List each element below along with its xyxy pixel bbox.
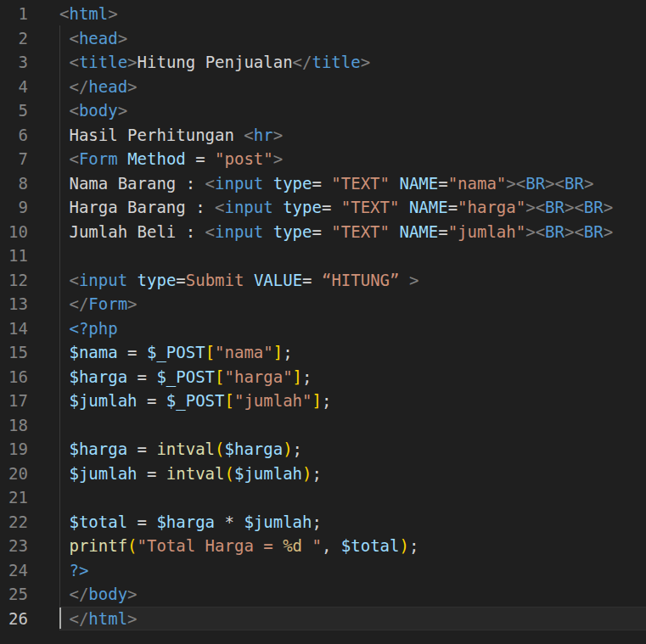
code-token: ,: [322, 536, 341, 555]
code-token: =: [176, 271, 185, 289]
code-line[interactable]: 18: [0, 413, 646, 438]
code-line[interactable]: 13 </Form>: [0, 292, 646, 316]
code-token: =: [312, 222, 331, 241]
line-number[interactable]: 1: [0, 2, 28, 26]
code-token: [59, 319, 69, 338]
code-token: <: [205, 222, 215, 241]
code-line[interactable]: 21: [0, 485, 646, 510]
code-token: BR: [584, 222, 604, 241]
code-line[interactable]: 9 Harga Barang : <input type= "TEXT" NAM…: [0, 195, 646, 220]
code-token: ;: [283, 343, 292, 361]
code-token: [59, 585, 69, 603]
code-token: [: [205, 343, 215, 361]
code-line-text: [59, 244, 646, 268]
code-token: =: [118, 343, 147, 361]
code-token: [59, 391, 69, 410]
code-token: BR: [545, 222, 565, 241]
code-token: >: [127, 609, 137, 628]
line-number[interactable]: 3: [0, 50, 28, 75]
code-token: (: [215, 440, 224, 458]
line-number[interactable]: 11: [0, 244, 28, 268]
code-token: <: [69, 29, 78, 48]
code-line[interactable]: 17 $jumlah = $_POST["jumlah"];: [0, 389, 646, 413]
code-line[interactable]: 3 <title>Hitung Penjualan</title>: [0, 50, 646, 75]
code-line[interactable]: 19 $harga = intval($harga);: [0, 437, 646, 462]
code-token: Form: [79, 149, 118, 168]
line-number[interactable]: 6: [0, 123, 28, 148]
code-token: type: [283, 198, 322, 216]
code-token: [: [225, 391, 234, 410]
code-token: </: [69, 609, 88, 628]
code-token: [59, 77, 69, 96]
code-line-text: </Form>: [59, 292, 646, 316]
line-number[interactable]: 26: [0, 607, 28, 631]
code-token: ]: [293, 367, 302, 386]
line-number[interactable]: 16: [0, 365, 28, 389]
line-number[interactable]: 24: [0, 558, 28, 583]
code-token: [59, 440, 69, 458]
line-number[interactable]: 25: [0, 582, 28, 607]
line-number[interactable]: 18: [0, 413, 28, 438]
code-token: Harga Barang :: [59, 198, 215, 216]
code-token: $jumlah: [244, 512, 312, 531]
line-number[interactable]: 19: [0, 437, 28, 462]
code-token: title: [312, 53, 360, 71]
code-line[interactable]: 6 Hasil Perhitungan <hr>: [0, 123, 646, 148]
line-number[interactable]: 14: [0, 316, 28, 341]
line-number[interactable]: 22: [0, 510, 28, 535]
line-number[interactable]: 7: [0, 147, 28, 171]
line-number[interactable]: 8: [0, 171, 28, 196]
line-number[interactable]: 21: [0, 485, 28, 510]
line-number[interactable]: 12: [0, 268, 28, 293]
code-line[interactable]: 22 $total = $harga * $jumlah;: [0, 510, 646, 535]
line-number[interactable]: 17: [0, 389, 28, 413]
code-token: >: [604, 198, 613, 216]
code-editor[interactable]: 1<html>2 <head>3 <title>Hitung Penjualan…: [0, 0, 646, 644]
code-line[interactable]: 11: [0, 244, 646, 268]
line-number[interactable]: 4: [0, 75, 28, 99]
code-line[interactable]: 2 <head>: [0, 26, 646, 51]
code-token: $nama: [69, 343, 117, 361]
line-number[interactable]: 23: [0, 534, 28, 558]
line-number[interactable]: 15: [0, 340, 28, 365]
code-line[interactable]: 16 $harga = $_POST["harga"];: [0, 365, 646, 389]
code-token: [59, 29, 69, 48]
code-token: >: [273, 126, 283, 144]
code-token: "nama": [215, 343, 273, 361]
line-number[interactable]: 20: [0, 462, 28, 486]
code-line[interactable]: 10 Jumlah Beli : <input type= "TEXT" NAM…: [0, 220, 646, 244]
code-line[interactable]: 15 $nama = $_POST["nama"];: [0, 340, 646, 365]
code-token: NAME: [399, 222, 438, 241]
code-line-text: </head>: [59, 75, 646, 99]
code-line[interactable]: 5 <body>: [0, 98, 646, 123]
code-line[interactable]: 25 </body>: [0, 582, 646, 607]
code-token: $harga: [69, 367, 127, 386]
code-token: >: [361, 53, 370, 71]
code-line[interactable]: 1<html>: [0, 2, 646, 26]
line-number[interactable]: 2: [0, 26, 28, 51]
code-line[interactable]: 4 </head>: [0, 75, 646, 99]
code-token: [127, 271, 137, 289]
code-token: NAME: [409, 198, 448, 216]
line-number[interactable]: 13: [0, 292, 28, 316]
code-line[interactable]: 8 Nama Barang : <input type= "TEXT" NAME…: [0, 171, 646, 196]
code-line[interactable]: 7 <Form Method = "post">: [0, 147, 646, 171]
line-number[interactable]: 9: [0, 195, 28, 220]
code-line[interactable]: 26 </html>: [0, 607, 646, 631]
code-token: >: [127, 77, 137, 96]
code-token: Submit: [186, 271, 244, 289]
code-line-text: <head>: [59, 26, 646, 51]
code-token: type: [273, 174, 312, 193]
code-line[interactable]: 24 ?>: [0, 558, 646, 583]
code-line[interactable]: 14 <?php: [0, 316, 646, 341]
code-token: >: [127, 585, 137, 603]
code-line[interactable]: 23 printf("Total Harga = %d ", $total);: [0, 534, 646, 558]
line-number[interactable]: 10: [0, 220, 28, 244]
line-number[interactable]: 5: [0, 98, 28, 123]
code-line[interactable]: 12 <input type=Submit VALUE= “HITUNG” >: [0, 268, 646, 293]
code-token: ;: [293, 440, 302, 458]
code-token: [59, 101, 69, 120]
code-line[interactable]: 20 $jumlah = intval($jumlah);: [0, 462, 646, 486]
code-token: [59, 271, 69, 289]
code-token: =: [312, 174, 331, 193]
